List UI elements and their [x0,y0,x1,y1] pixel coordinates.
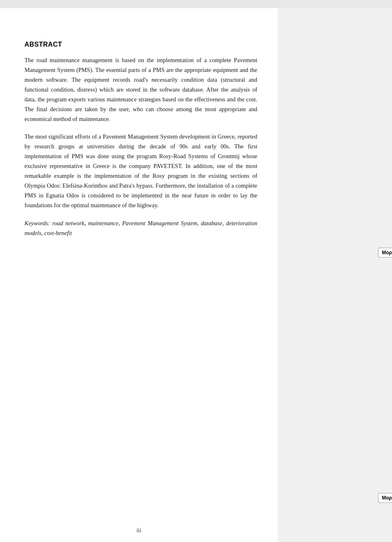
main-content: ABSTRACT The road maintenance management… [0,8,278,542]
paragraph-2: The most significant efforts of a Paveme… [24,132,257,210]
paragraph-1: The road maintenance management is based… [24,56,257,124]
comment-label-2: Μορφοποιήθηκε: [382,495,392,501]
comment-content-2: Μορφοποιήθηκε: Πλήρης [378,493,392,503]
comment-box-1: ◄ Μορφοποιήθηκε: Αριστερά [378,249,384,256]
keywords: Keywords: road network, maintenance, Pav… [24,219,257,238]
page-number: iii [136,527,141,534]
comment-content-1: Μορφοποιήθηκε: Αριστερά [378,248,392,258]
abstract-heading: ABSTRACT [24,41,257,48]
comment-box-2: ◄ Μορφοποιήθηκε: Πλήρης [378,495,384,501]
page: ABSTRACT The road maintenance management… [0,8,392,542]
sidebar: ◄ Μορφοποιήθηκε: Αριστερά ◄ Μορφοποιήθηκ… [278,8,392,542]
comment-label-1: Μορφοποιήθηκε: [382,250,392,255]
